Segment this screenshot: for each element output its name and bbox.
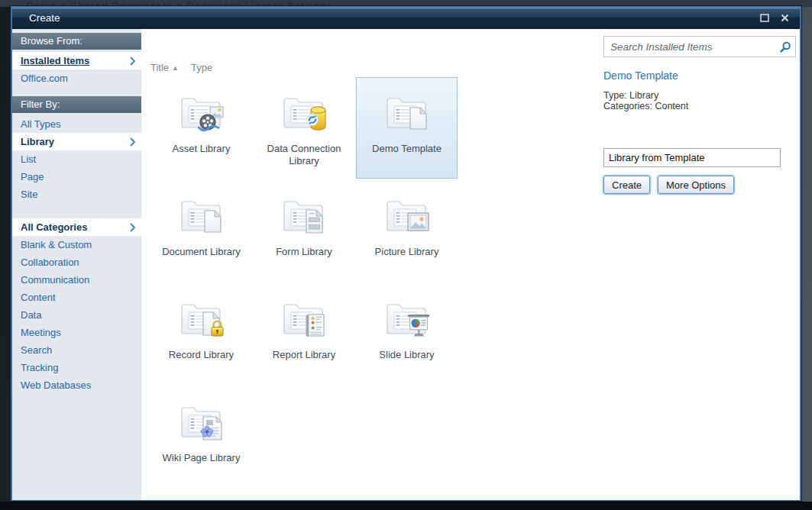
new-library-name-input[interactable] (603, 148, 781, 167)
more-options-button[interactable]: More Options (658, 176, 734, 194)
wiki-page-library-icon (177, 397, 226, 446)
template-gallery: Title▲ Type Asset Library Data Connectio… (141, 29, 800, 500)
dialog-title: Create (29, 8, 60, 28)
form-library-icon (280, 191, 328, 240)
chevron-right-icon (130, 137, 136, 147)
tile-data-connection-library[interactable]: Data Connection Library (254, 77, 355, 179)
dialog-titlebar: Create (12, 8, 800, 29)
report-library-icon (280, 294, 328, 343)
tile-label: Data Connection Library (258, 143, 350, 167)
close-icon (781, 14, 789, 22)
create-dialog: Create Browse From: Installed Items (11, 6, 801, 501)
sidebar-item-site[interactable]: Site (12, 186, 141, 203)
details-panel: Demo Template Type: Library Categories: … (603, 36, 796, 57)
search-button[interactable] (780, 41, 791, 56)
asset-library-icon (177, 88, 226, 137)
sidebar-item-page[interactable]: Page (12, 168, 141, 186)
slide-library-icon (383, 294, 432, 343)
tile-record-library[interactable]: Record Library (150, 283, 252, 385)
create-button[interactable]: Create (603, 176, 650, 194)
sidebar-item-all-categories[interactable]: All Categories (12, 218, 141, 236)
sort-by-type[interactable]: Type (191, 62, 212, 73)
sidebar: Browse From: Installed Items Office.com … (12, 29, 141, 500)
screen: Demo > Shared Documents > Document Libra… (0, 0, 812, 510)
tile-slide-library[interactable]: Slide Library (356, 283, 458, 385)
background-bottom-strip (0, 502, 812, 510)
sidebar-item-list[interactable]: List (12, 150, 141, 168)
sidebar-item-all-types[interactable]: All Types (12, 115, 141, 133)
selected-template-meta: Type: Library Categories: Content (603, 90, 688, 111)
tile-label: Picture Library (375, 246, 439, 258)
sidebar-item-tracking[interactable]: Tracking (12, 359, 141, 376)
tile-demo-template[interactable]: Demo Template (356, 77, 458, 179)
maximize-button[interactable] (759, 12, 770, 24)
template-categories-line: Categories: Content (603, 101, 688, 111)
record-library-icon (177, 294, 226, 343)
sidebar-item-installed-items[interactable]: Installed Items (12, 52, 141, 69)
browse-from-header: Browse From: (12, 33, 141, 50)
tile-label: Wiki Page Library (163, 452, 241, 464)
template-grid: Asset Library Data Connection Library De… (150, 77, 458, 489)
sidebar-item-web-databases[interactable]: Web Databases (12, 376, 141, 394)
sidebar-item-content[interactable]: Content (12, 289, 141, 306)
sort-bar: Title▲ Type (150, 62, 212, 73)
sidebar-item-blank-custom[interactable]: Blank & Custom (12, 236, 141, 253)
tile-label: Record Library (169, 349, 234, 361)
sidebar-item-search[interactable]: Search (12, 341, 141, 359)
tile-label: Document Library (162, 246, 241, 258)
document-library-icon (177, 191, 226, 240)
selected-template-title: Demo Template (603, 69, 678, 82)
sidebar-item-library[interactable]: Library (12, 133, 141, 150)
sort-by-title[interactable]: Title▲ (150, 62, 179, 73)
maximize-icon (760, 14, 769, 22)
tile-label: Report Library (273, 349, 335, 361)
close-button[interactable] (779, 12, 791, 24)
search-icon (780, 41, 791, 53)
filter-by-header: Filter By: (12, 96, 141, 113)
chevron-right-icon (130, 56, 136, 66)
sidebar-item-data[interactable]: Data (12, 306, 141, 324)
tile-wiki-page-library[interactable]: Wiki Page Library (150, 386, 252, 488)
tile-label: Slide Library (379, 349, 434, 361)
tile-picture-library[interactable]: Picture Library (356, 180, 458, 282)
tile-report-library[interactable]: Report Library (254, 283, 355, 385)
sort-ascending-icon: ▲ (172, 64, 179, 72)
sidebar-item-office-com[interactable]: Office.com (12, 69, 141, 87)
tile-document-library[interactable]: Document Library (150, 180, 252, 282)
sidebar-item-communication[interactable]: Communication (12, 271, 141, 289)
sidebar-item-meetings[interactable]: Meetings (12, 324, 141, 341)
chevron-right-icon (130, 223, 136, 232)
template-type-line: Type: Library (603, 90, 688, 101)
data-connection-library-icon (280, 88, 328, 137)
sidebar-item-collaboration[interactable]: Collaboration (12, 253, 141, 271)
tile-form-library[interactable]: Form Library (254, 180, 355, 282)
tile-label: Asset Library (173, 143, 231, 155)
tile-asset-library[interactable]: Asset Library (150, 77, 252, 179)
picture-library-icon (383, 191, 432, 240)
search-input[interactable] (603, 36, 796, 57)
tile-label: Form Library (276, 246, 332, 258)
tile-label: Demo Template (372, 143, 442, 155)
demo-template-icon (383, 88, 432, 137)
